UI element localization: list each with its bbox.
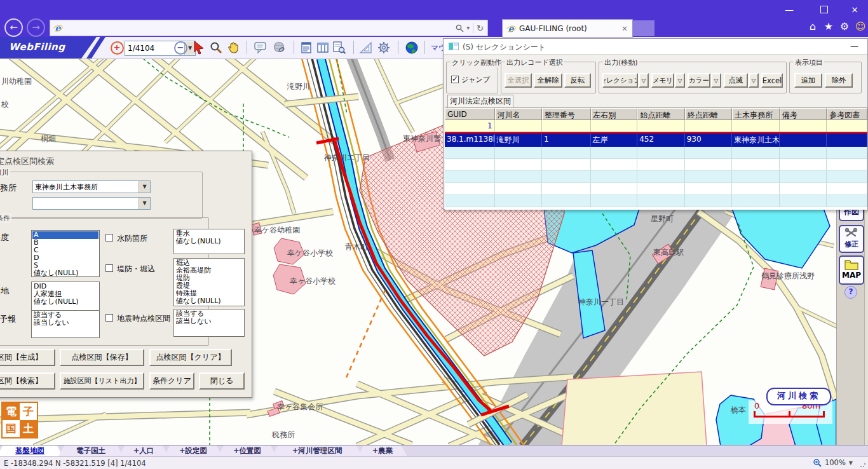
list-option[interactable]: 該当しない xyxy=(175,318,243,325)
table-cell[interactable] xyxy=(732,171,780,183)
levee-checkbox[interactable] xyxy=(105,264,113,272)
table-cell[interactable] xyxy=(542,147,591,159)
flood-point-listbox[interactable]: 垂水値なし(NULL) xyxy=(173,229,245,254)
river-search-button[interactable]: 河川検索 xyxy=(766,388,831,405)
table-row[interactable] xyxy=(445,159,867,171)
table-cell[interactable] xyxy=(542,183,591,195)
count-cell[interactable] xyxy=(495,120,543,132)
column-header[interactable]: 備考 xyxy=(780,108,827,120)
remove-column-button[interactable]: 除外 xyxy=(825,73,853,88)
table-cell[interactable] xyxy=(495,171,543,183)
help-button[interactable]: ? xyxy=(844,286,857,299)
table-row[interactable] xyxy=(445,171,867,183)
table-cell[interactable] xyxy=(591,171,638,183)
table-cell[interactable] xyxy=(780,147,827,159)
search-dropdown-caret[interactable]: ▾ xyxy=(467,25,470,31)
refresh-icon[interactable]: ↻ xyxy=(477,24,484,33)
table-cell[interactable] xyxy=(445,195,495,207)
list-option[interactable]: 値なし(NULL) xyxy=(175,238,243,245)
table-cell[interactable] xyxy=(827,183,867,195)
table-cell[interactable] xyxy=(732,147,780,159)
column-header[interactable]: 整理番号 xyxy=(542,108,591,120)
table-cell[interactable]: 38.1.m1138b23 xyxy=(445,133,495,147)
column-header[interactable]: 始点距離 xyxy=(637,108,685,120)
list-option[interactable]: 値なし(NULL) xyxy=(32,269,98,277)
search-section-button[interactable]: 点検区間【検索】 xyxy=(0,372,55,390)
table-cell[interactable] xyxy=(685,195,733,207)
edit-button[interactable]: 修正 xyxy=(839,225,864,253)
layer-tab-2[interactable]: 電子国土 xyxy=(58,445,123,457)
browser-tab[interactable]: e GAU-FILING (root) × xyxy=(502,19,633,37)
search-icon[interactable] xyxy=(456,24,464,32)
window-maximize-button[interactable] xyxy=(813,3,835,16)
list-option[interactable]: A xyxy=(32,231,98,239)
table-cell[interactable] xyxy=(827,147,867,159)
count-cell[interactable] xyxy=(637,120,685,132)
condition-clear-button[interactable]: 条件クリア xyxy=(149,372,194,390)
table-cell[interactable] xyxy=(780,159,827,171)
column-header[interactable]: 河川名 xyxy=(495,108,543,120)
excel-button[interactable]: Excel xyxy=(761,73,783,88)
layer-tab-6[interactable]: +河川管理区間 xyxy=(272,445,362,457)
table-cell[interactable] xyxy=(495,195,543,207)
table-cell[interactable]: 930 xyxy=(685,133,733,147)
window-close-button[interactable]: × xyxy=(844,3,865,16)
jump-checkbox[interactable] xyxy=(451,76,459,83)
table-row[interactable] xyxy=(445,147,867,159)
table-cell[interactable]: 東神奈川土木 xyxy=(732,133,780,147)
selection-table[interactable]: GUID河川名整理番号左右別始点距離終点距離土木事務所備考参考図書138.1.m… xyxy=(445,107,867,210)
zoom-level-value[interactable]: 100% xyxy=(825,458,846,467)
office-combobox[interactable]: 東神奈川土木事務所 ▼ xyxy=(32,180,151,193)
clear-all-button[interactable]: 全解除 xyxy=(534,73,562,88)
importance-listbox[interactable]: ABCDS値なし(NULL) xyxy=(31,230,100,277)
output-color-button[interactable]: カラー xyxy=(688,73,710,88)
flood-forecast-listbox[interactable]: 該当する該当しない xyxy=(31,310,100,338)
map-button[interactable]: MAP xyxy=(839,255,864,285)
table-cell[interactable] xyxy=(495,159,543,171)
table-cell[interactable] xyxy=(591,183,638,195)
save-section-button[interactable]: 点検区間【保存】 xyxy=(60,349,144,366)
document-search-button[interactable] xyxy=(332,40,347,55)
home-icon[interactable]: ⌂ xyxy=(806,20,820,34)
river-combobox[interactable]: ▼ xyxy=(32,197,151,210)
table-cell[interactable] xyxy=(445,183,495,195)
address-bar[interactable]: e ▾ ↻ xyxy=(50,20,488,36)
table-cell[interactable] xyxy=(685,147,733,159)
table-cell[interactable] xyxy=(495,147,543,159)
table-cell[interactable] xyxy=(445,171,495,183)
table-cell[interactable]: 滝野川 xyxy=(495,133,543,147)
zoom-dropdown-caret[interactable]: ▼ xyxy=(849,460,853,466)
select-all-button[interactable]: 全選択 xyxy=(505,73,532,88)
table-cell[interactable] xyxy=(637,171,685,183)
selection-dropdown-button[interactable]: ▽ xyxy=(639,73,649,88)
table-cell[interactable] xyxy=(780,171,827,183)
report-list-button[interactable] xyxy=(299,40,314,55)
count-cell[interactable] xyxy=(591,120,638,132)
table-cell[interactable] xyxy=(591,147,638,159)
table-cell[interactable] xyxy=(732,183,780,195)
table-cell[interactable] xyxy=(542,159,591,171)
layer-tab-4[interactable]: +設定図 xyxy=(164,445,222,457)
generate-section-button[interactable]: 点検区間【生成】 xyxy=(0,349,55,366)
pointer-tool-button[interactable] xyxy=(192,40,207,55)
favorites-star-icon[interactable]: ★ xyxy=(822,20,836,34)
count-cell[interactable]: 1 xyxy=(445,120,495,132)
table-cell[interactable] xyxy=(637,147,685,159)
blink-button[interactable]: 点滅 xyxy=(724,73,748,88)
link-tool-button[interactable] xyxy=(272,40,287,55)
table-cell[interactable] xyxy=(827,159,867,171)
column-header[interactable]: 参考図書 xyxy=(827,108,867,120)
column-header[interactable]: 終点距離 xyxy=(685,108,733,120)
table-cell[interactable] xyxy=(732,195,780,207)
count-cell[interactable] xyxy=(732,120,780,132)
table-cell[interactable] xyxy=(780,195,827,207)
table-cell[interactable]: 左岸 xyxy=(591,133,638,147)
zoom-out-button[interactable]: − xyxy=(173,40,188,55)
annotation-tool-button[interactable] xyxy=(253,40,268,55)
layer-tab-3[interactable]: +人口 xyxy=(119,445,168,457)
color-dropdown-button[interactable]: ▽ xyxy=(711,73,721,88)
blink-dropdown-button[interactable]: ▽ xyxy=(749,73,759,88)
table-cell[interactable] xyxy=(542,195,591,207)
levee-listbox[interactable]: 堀込余裕高堤防堤防霞堤特殊提値なし(NULL) xyxy=(173,258,245,306)
output-memory-button[interactable]: メモリ xyxy=(651,73,674,88)
